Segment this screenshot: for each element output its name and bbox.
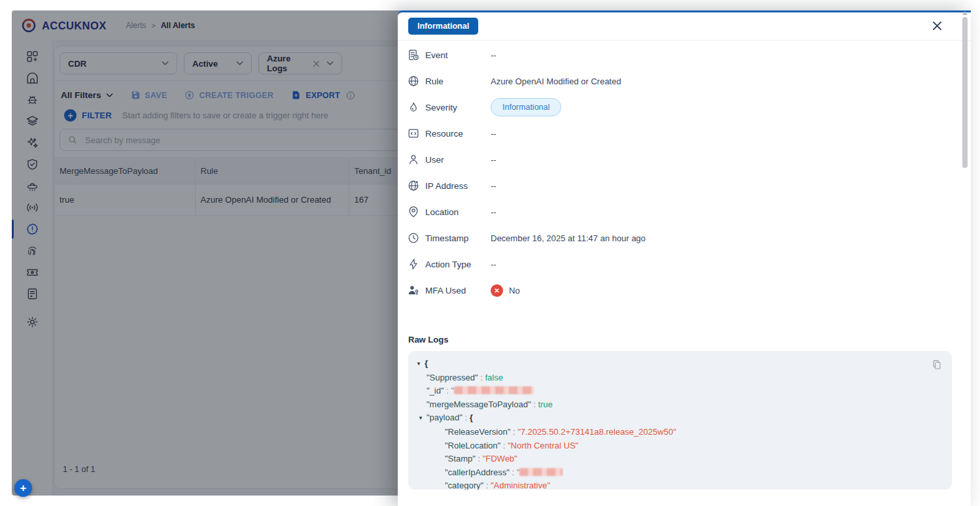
ip-address-icon <box>407 179 420 192</box>
mfa-denied-indicator: ✕No <box>491 284 520 297</box>
field-label: Event <box>425 50 491 60</box>
location-icon <box>407 205 420 218</box>
field-label: Rule <box>425 76 491 86</box>
field-value: December 16, 2025 at 11:47 an hour ago <box>491 233 646 243</box>
redacted-value <box>519 468 563 476</box>
raw-log-line: "callerIpAddress" : " <box>416 466 926 480</box>
redacted-value <box>454 386 534 394</box>
field-value: No <box>509 286 520 295</box>
field-row-ip-address: IP Address-- <box>407 173 960 199</box>
field-row-event: Event-- <box>407 42 960 68</box>
rule-icon <box>407 75 420 88</box>
raw-log-line[interactable]: ▼{ <box>416 357 926 371</box>
field-value: Azure OpenAI Modified or Created <box>491 76 621 86</box>
user-icon <box>407 153 420 166</box>
field-row-rule: RuleAzure OpenAI Modified or Created <box>407 68 960 94</box>
field-label: Action Type <box>425 260 491 269</box>
mfa-icon <box>407 284 420 297</box>
raw-log-line: "RoleLocation" : "North Central US" <box>416 439 926 453</box>
severity-icon <box>407 101 420 114</box>
field-label: Timestamp <box>425 233 491 243</box>
raw-log-line[interactable]: ▼"payload" : { <box>416 411 926 426</box>
field-value: -- <box>491 260 497 269</box>
field-label: Location <box>425 207 491 217</box>
field-value: -- <box>491 129 497 139</box>
field-value: -- <box>491 155 497 165</box>
resource-icon <box>407 127 420 140</box>
field-label: MFA Used <box>425 286 491 295</box>
raw-log-line: "mergeMessageToPayload" : true <box>416 398 926 412</box>
copy-icon[interactable] <box>931 359 943 371</box>
raw-logs-viewer: ▼{"Suppressed" : false"_id" : ""mergeMes… <box>408 351 952 490</box>
raw-log-line: "category" : "Administrative" <box>416 479 926 490</box>
collapse-arrow-icon[interactable]: ▼ <box>416 358 425 371</box>
close-icon[interactable] <box>932 21 942 31</box>
alert-detail-drawer: Informational Event--RuleAzure OpenAI Mo… <box>398 10 971 506</box>
collapse-arrow-icon[interactable]: ▼ <box>418 412 427 426</box>
vertical-scrollbar-thumb[interactable] <box>962 17 968 168</box>
raw-log-line: "_id" : " <box>416 384 926 398</box>
raw-logs-title: Raw Logs <box>408 335 960 345</box>
field-row-resource: Resource-- <box>407 120 960 146</box>
field-label: Resource <box>425 129 491 139</box>
severity-badge: Informational <box>408 18 478 35</box>
drawer-header: Informational <box>398 12 971 41</box>
alert-field-list: Event--RuleAzure OpenAI Modified or Crea… <box>398 41 971 303</box>
event-icon <box>407 48 420 61</box>
field-row-user: User-- <box>407 146 960 173</box>
raw-log-line: "Stamp" : "FDWeb" <box>416 452 926 466</box>
field-label: User <box>425 155 491 165</box>
field-label: Severity <box>425 103 491 112</box>
field-row-mfa-used: MFA Used✕No <box>407 277 960 303</box>
raw-log-line: "ReleaseVersion" : "7.2025.50.2+73141a8.… <box>416 426 926 439</box>
field-row-timestamp: TimestampDecember 16, 2025 at 11:47 an h… <box>407 225 960 251</box>
field-row-severity: SeverityInformational <box>407 94 960 120</box>
field-row-action-type: Action Type-- <box>407 251 960 277</box>
field-value: -- <box>491 50 497 60</box>
raw-log-line: "Suppressed" : false <box>416 371 926 385</box>
scrollbar-up-arrow-icon[interactable] <box>962 11 968 15</box>
denied-x-icon: ✕ <box>491 284 503 297</box>
severity-pill: Informational <box>491 98 561 116</box>
field-value: -- <box>491 207 497 217</box>
floating-add-button[interactable]: + <box>14 479 32 497</box>
timestamp-icon <box>407 231 420 245</box>
action-type-icon <box>407 258 420 271</box>
field-label: IP Address <box>425 181 491 191</box>
field-value: -- <box>491 181 497 191</box>
field-row-location: Location-- <box>407 199 960 225</box>
